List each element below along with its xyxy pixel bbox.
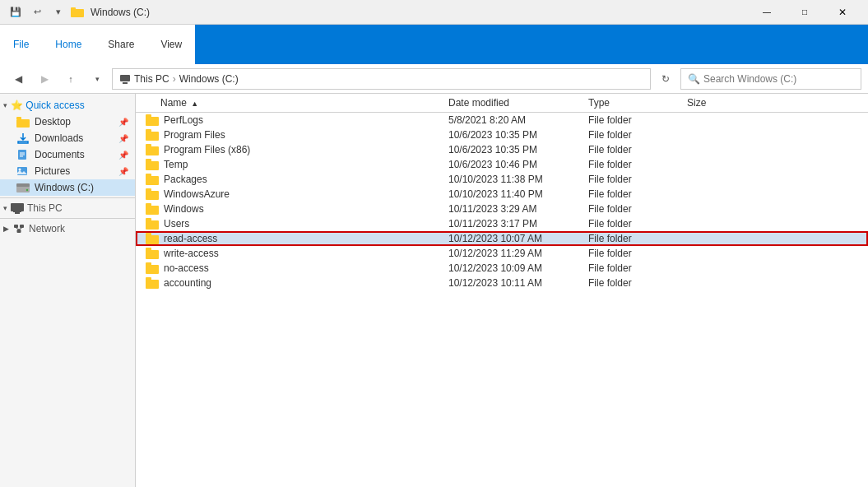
- table-row[interactable]: read-access 10/12/2023 10:07 AM File fol…: [136, 231, 868, 246]
- svg-rect-1: [71, 7, 76, 11]
- qat-undo-button[interactable]: ↩: [28, 3, 46, 21]
- col-header-name[interactable]: Name ▲: [136, 97, 448, 109]
- maximize-button[interactable]: □: [786, 0, 824, 25]
- tab-file[interactable]: File: [0, 25, 42, 64]
- file-name: Program Files (x86): [164, 144, 250, 155]
- file-date: 10/11/2023 3:29 AM: [448, 203, 588, 215]
- this-pc-icon: [119, 73, 131, 85]
- sidebar-item-downloads[interactable]: Downloads 📌: [0, 130, 135, 146]
- downloads-pin-icon: 📌: [118, 134, 128, 143]
- table-row[interactable]: Program Files (x86) 10/6/2023 10:35 PM F…: [136, 142, 868, 157]
- sidebar-documents-label: Documents: [35, 149, 85, 160]
- file-date: 10/12/2023 10:07 AM: [448, 233, 588, 244]
- window-folder-icon: [71, 6, 84, 19]
- tab-view[interactable]: View: [147, 25, 195, 64]
- file-type: File folder: [588, 233, 687, 244]
- folder-icon: [146, 203, 159, 215]
- svg-rect-15: [13, 211, 21, 212]
- drive-icon: [16, 182, 30, 193]
- file-name: read-access: [164, 233, 217, 244]
- svg-point-12: [26, 189, 28, 191]
- file-type: File folder: [588, 277, 687, 289]
- table-row[interactable]: Packages 10/10/2023 11:38 PM File folder: [136, 172, 868, 187]
- documents-pin-icon: 📌: [118, 151, 128, 160]
- file-type: File folder: [588, 262, 687, 274]
- svg-rect-18: [17, 230, 21, 233]
- file-name: no-access: [164, 262, 209, 274]
- qat-dropdown-button[interactable]: ▾: [49, 3, 67, 21]
- network-header[interactable]: ▶ Network: [0, 220, 135, 237]
- col-header-size[interactable]: Size: [687, 97, 753, 109]
- folder-icon: [146, 233, 159, 244]
- sidebar-divider-2: [0, 218, 135, 219]
- back-button[interactable]: ◀: [7, 67, 30, 90]
- file-name-cell: Program Files: [136, 129, 448, 141]
- folder-icon: [146, 218, 159, 230]
- table-row[interactable]: WindowsAzure 10/10/2023 11:40 PM File fo…: [136, 187, 868, 202]
- sidebar-item-documents[interactable]: Documents 📌: [0, 146, 135, 163]
- file-name-cell: WindowsAzure: [136, 188, 448, 200]
- svg-rect-16: [14, 225, 18, 228]
- file-type: File folder: [588, 248, 687, 259]
- this-pc-chevron: ▾: [3, 204, 7, 212]
- file-type: File folder: [588, 144, 687, 155]
- svg-rect-11: [16, 183, 30, 187]
- table-row[interactable]: Users 10/11/2023 3:17 PM File folder: [136, 216, 868, 231]
- refresh-button[interactable]: ↻: [654, 67, 677, 90]
- search-box[interactable]: 🔍: [680, 68, 861, 90]
- address-path[interactable]: This PC › Windows (C:): [112, 68, 651, 90]
- qat-save-button[interactable]: 💾: [7, 3, 25, 21]
- file-name-cell: Temp: [136, 159, 448, 170]
- forward-button[interactable]: ▶: [33, 67, 56, 90]
- folder-icon: [146, 159, 159, 170]
- pictures-pin-icon: 📌: [118, 167, 128, 176]
- sidebar-item-windows-c[interactable]: Windows (C:): [0, 179, 135, 196]
- file-list-header: Name ▲ Date modified Type Size: [136, 94, 868, 113]
- file-name-cell: accounting: [136, 277, 448, 289]
- table-row[interactable]: no-access 10/12/2023 10:09 AM File folde…: [136, 261, 868, 276]
- file-date: 10/12/2023 10:09 AM: [448, 262, 588, 274]
- file-name: PerfLogs: [164, 114, 203, 126]
- folder-icon: [146, 248, 159, 259]
- file-name-cell: write-access: [136, 248, 448, 259]
- table-row[interactable]: Program Files 10/6/2023 10:35 PM File fo…: [136, 128, 868, 142]
- sidebar-item-desktop[interactable]: Desktop 📌: [0, 114, 135, 130]
- file-date: 10/12/2023 10:11 AM: [448, 277, 588, 289]
- col-header-date[interactable]: Date modified: [448, 97, 588, 109]
- svg-rect-2: [120, 75, 130, 81]
- file-type: File folder: [588, 188, 687, 200]
- file-date: 5/8/2021 8:20 AM: [448, 114, 588, 126]
- file-date: 10/10/2023 11:38 PM: [448, 174, 588, 185]
- file-type: File folder: [588, 129, 687, 141]
- desktop-pin-icon: 📌: [118, 118, 128, 127]
- col-header-type[interactable]: Type: [588, 97, 687, 109]
- tab-home[interactable]: Home: [42, 25, 95, 64]
- search-input[interactable]: [703, 73, 854, 85]
- file-name: Users: [164, 218, 189, 230]
- quick-access-toolbar: 💾 ↩ ▾: [7, 3, 67, 21]
- file-date: 10/12/2023 11:29 AM: [448, 248, 588, 259]
- up-button[interactable]: ↑: [59, 67, 82, 90]
- svg-line-19: [16, 228, 20, 230]
- title-bar: 💾 ↩ ▾ Windows (C:) — □ ✕: [0, 0, 868, 25]
- this-pc-header[interactable]: ▾ This PC: [0, 200, 135, 216]
- table-row[interactable]: write-access 10/12/2023 11:29 AM File fo…: [136, 246, 868, 261]
- table-row[interactable]: Windows 10/11/2023 3:29 AM File folder: [136, 202, 868, 216]
- file-date: 10/10/2023 11:40 PM: [448, 188, 588, 200]
- table-row[interactable]: Temp 10/6/2023 10:46 PM File folder: [136, 157, 868, 172]
- sidebar-item-pictures[interactable]: Pictures 📌: [0, 163, 135, 179]
- sidebar-windows-c-label: Windows (C:): [35, 182, 94, 193]
- file-type: File folder: [588, 174, 687, 185]
- tab-share[interactable]: Share: [95, 25, 147, 64]
- file-type: File folder: [588, 218, 687, 230]
- table-row[interactable]: PerfLogs 5/8/2021 8:20 AM File folder: [136, 113, 868, 128]
- quick-access-header[interactable]: ▾ ⭐ Quick access: [0, 97, 135, 114]
- sidebar: ▾ ⭐ Quick access Desktop 📌 Downloads 📌 D…: [0, 94, 136, 487]
- minimize-button[interactable]: —: [748, 0, 786, 25]
- close-button[interactable]: ✕: [824, 0, 861, 25]
- file-name: Windows: [164, 203, 204, 215]
- dropdown-button[interactable]: ▾: [86, 67, 109, 90]
- file-name-cell: Users: [136, 218, 448, 230]
- table-row[interactable]: accounting 10/12/2023 10:11 AM File fold…: [136, 276, 868, 290]
- folder-icon: [146, 277, 159, 289]
